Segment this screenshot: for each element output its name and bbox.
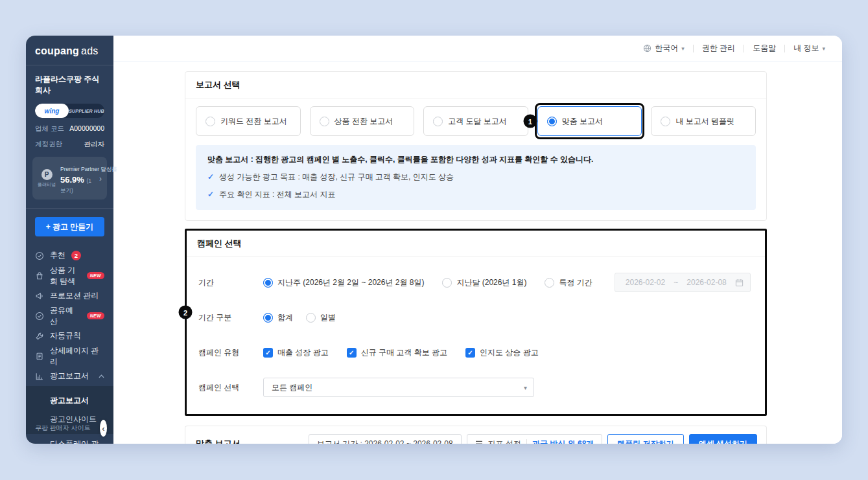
option-product-conversion-report[interactable]: 상품 전환 보고서 — [310, 106, 415, 136]
supplier-hub-toggle-option[interactable]: SUPPLIER HUB — [69, 109, 104, 113]
sidebar-item-product-opportunity[interactable]: 상품 기회 탐색 NEW — [26, 266, 113, 286]
radio-unselected[interactable] — [433, 117, 443, 126]
bag-icon — [35, 271, 44, 280]
metric-settings-button[interactable]: 지표 설정 과금 방식 외 68개 — [467, 434, 603, 444]
report-toolbar: 보고서 기간 : 2026-02-02 ~ 2026-02-08 지표 설정 과… — [309, 434, 757, 444]
date-tilde: ~ — [674, 278, 678, 287]
radio-selected[interactable] — [263, 313, 273, 323]
checkbox-checked[interactable]: ✓ — [263, 348, 273, 358]
generate-excel-button[interactable]: 엑셀 생성하기 — [689, 434, 757, 444]
permissions-link[interactable]: 권한 관리 — [702, 43, 735, 54]
campaign-dropdown[interactable]: 모든 캠페인 ▾ — [263, 378, 534, 397]
annotation-badge-2: 2 — [179, 306, 193, 319]
divider — [784, 45, 785, 52]
language-label: 한국어 — [655, 43, 678, 54]
partner-text: Premier Partner 달성률 56.9% (1분기) — [60, 162, 95, 195]
partner-value: 56.9% — [60, 175, 84, 185]
new-badge: NEW — [87, 312, 104, 319]
metric-settings-value: 과금 방식 외 68개 — [532, 439, 594, 444]
document-icon — [35, 352, 44, 361]
sidebar-item-detail-page[interactable]: 상세페이지 관리 — [26, 346, 113, 366]
annotation-badge-1: 1 — [523, 115, 537, 128]
save-template-button[interactable]: 템플릿 저장하기 — [607, 434, 683, 444]
sidebar-item-recommend[interactable]: 추천 2 — [26, 246, 113, 266]
checkbox-checked[interactable]: ✓ — [465, 348, 475, 358]
check-icon: ✓ — [207, 190, 214, 199]
sidebar-item-label: 추천 — [50, 250, 65, 261]
sidebar-item-auto-rules[interactable]: 자동규칙 — [26, 326, 113, 346]
globe-icon — [643, 44, 651, 52]
checkbox-label: 신규 구매 고객 확보 광고 — [361, 347, 447, 358]
coupang-ads-logo: coupangads — [26, 36, 113, 65]
wrench-icon — [35, 332, 44, 341]
checkbox-new-customer[interactable]: ✓ 신규 구매 고객 확보 광고 — [347, 347, 447, 358]
checkbox-checked[interactable]: ✓ — [347, 348, 357, 358]
radio-label: 지난주 (2026년 2월 2일 ~ 2026년 2월 8일) — [277, 277, 424, 288]
create-ad-button[interactable]: + 광고 만들기 — [35, 217, 104, 236]
premier-partner-card[interactable]: P 플래티넘 Premier Partner 달성률 56.9% (1분기) › — [32, 157, 107, 200]
chevron-up-icon — [99, 374, 104, 378]
radio-daily[interactable]: 일별 — [306, 312, 336, 323]
sidebar-item-ad-report[interactable]: 광고보고서 — [26, 366, 113, 386]
wing-toggle-option[interactable]: wing — [35, 104, 69, 118]
topbar: 한국어 ▾ 권한 관리 도움말 내 정보 ▾ — [113, 36, 842, 62]
seller-site-link[interactable]: 쿠팡 판매자 사이트 — [35, 424, 100, 433]
option-custom-report[interactable]: 1 맞춤 보고서 — [537, 106, 642, 136]
option-my-report-template[interactable]: 내 보고서 템플릿 — [651, 106, 756, 136]
submenu-item-ad-report[interactable]: 광고보고서 — [26, 391, 113, 410]
info-bullet: ✓ 생성 가능한 광고 목표 : 매출 성장, 신규 구매 고객 확보, 인지도… — [207, 172, 744, 183]
radio-last-week[interactable]: 지난주 (2026년 2월 2일 ~ 2026년 2월 8일) — [263, 277, 424, 288]
divider — [526, 439, 527, 444]
radio-unselected[interactable] — [205, 117, 215, 126]
help-link[interactable]: 도움말 — [753, 43, 776, 54]
page-content: 보고서 선택 키워드 전환 보고서 상품 전환 보고서 고객 도달 보고서 — [113, 62, 842, 444]
language-selector[interactable]: 한국어 ▾ — [643, 43, 685, 54]
campaign-picker-row: 캠페인 선택 모든 캠페인 ▾ — [198, 378, 753, 397]
sidebar-item-label: 프로모션 관리 — [50, 290, 99, 301]
wing-supplierhub-toggle[interactable]: wing SUPPLIER HUB — [35, 104, 104, 118]
account-role-row: 계정권한 관리자 — [26, 140, 113, 149]
report-select-title: 보고서 선택 — [185, 72, 766, 98]
chevron-down-icon: ▾ — [524, 384, 527, 391]
campaign-select-form: 기간 지난주 (2026년 2월 2일 ~ 2026년 2월 8일) 지난달 (… — [187, 257, 765, 414]
sidebar-item-label: 상품 기회 탐색 — [50, 265, 81, 287]
campaign-type-row: 캠페인 유형 ✓ 매출 성장 광고 ✓ 신규 구매 고객 확보 광고 — [198, 343, 753, 362]
info-title: 맞춤 보고서 : 집행한 광고의 캠페인 별 노출수, 클릭수, 클릭률을 포함… — [207, 154, 744, 165]
sidebar-collapse-button[interactable]: ‹ — [100, 420, 107, 437]
sidebar-item-shared-budget[interactable]: 공유예산 NEW — [26, 306, 113, 326]
main-area: 한국어 ▾ 권한 관리 도움말 내 정보 ▾ 보고서 선택 키워드 전환 보고서 — [113, 36, 842, 444]
radio-unselected[interactable] — [306, 313, 316, 323]
calendar-icon — [735, 279, 744, 287]
info-bullet-text: 생성 가능한 광고 목표 : 매출 성장, 신규 구매 고객 확보, 인지도 상… — [219, 172, 454, 183]
my-info-menu[interactable]: 내 정보 ▾ — [793, 43, 825, 54]
option-keyword-conversion-report[interactable]: 키워드 전환 보고서 — [196, 106, 301, 136]
sidebar-item-label: 자동규칙 — [50, 330, 81, 341]
campaign-select-card: 2 캠페인 선택 기간 지난주 (2026년 2월 2일 ~ 2026년 2월 … — [185, 229, 767, 416]
report-period-box: 보고서 기간 : 2026-02-02 ~ 2026-02-08 — [309, 434, 462, 444]
sidebar-item-promotion[interactable]: 프로모션 관리 — [26, 286, 113, 306]
radio-unselected[interactable] — [661, 117, 670, 126]
option-customer-reach-report[interactable]: 고객 도달 보고서 — [423, 106, 528, 136]
checkbox-sales-growth[interactable]: ✓ 매출 성장 광고 — [263, 347, 329, 358]
check-icon: ✓ — [207, 172, 214, 181]
check-circle-icon — [35, 251, 44, 260]
date-from-value: 2026-02-02 — [626, 278, 665, 287]
radio-unselected[interactable] — [442, 278, 452, 288]
vendor-code-row: 업체 코드 A00000000 — [26, 124, 113, 133]
report-select-card: 보고서 선택 키워드 전환 보고서 상품 전환 보고서 고객 도달 보고서 — [185, 71, 767, 221]
date-range-input[interactable]: 2026-02-02 ~ 2026-02-08 — [615, 273, 751, 292]
radio-selected[interactable] — [263, 278, 273, 288]
custom-report-card: 맞춤 보고서 보고서 기간 : 2026-02-02 ~ 2026-02-08 … — [185, 426, 767, 444]
divider — [744, 45, 744, 52]
radio-total[interactable]: 합계 — [263, 312, 293, 323]
radio-specific-period[interactable]: 특정 기간 — [545, 277, 592, 288]
checkbox-awareness[interactable]: ✓ 인지도 상승 광고 — [465, 347, 539, 358]
campaign-dropdown-value: 모든 캠페인 — [272, 382, 312, 393]
radio-selected[interactable] — [547, 117, 557, 126]
radio-unselected[interactable] — [545, 278, 554, 288]
radio-last-month[interactable]: 지난달 (2026년 1월) — [442, 277, 526, 288]
company-name: 라플라스쿠팡 주식회사 — [26, 65, 113, 96]
vendor-code-value: A00000000 — [69, 124, 104, 133]
logo-brand: coupang — [35, 45, 79, 56]
radio-unselected[interactable] — [320, 117, 329, 126]
